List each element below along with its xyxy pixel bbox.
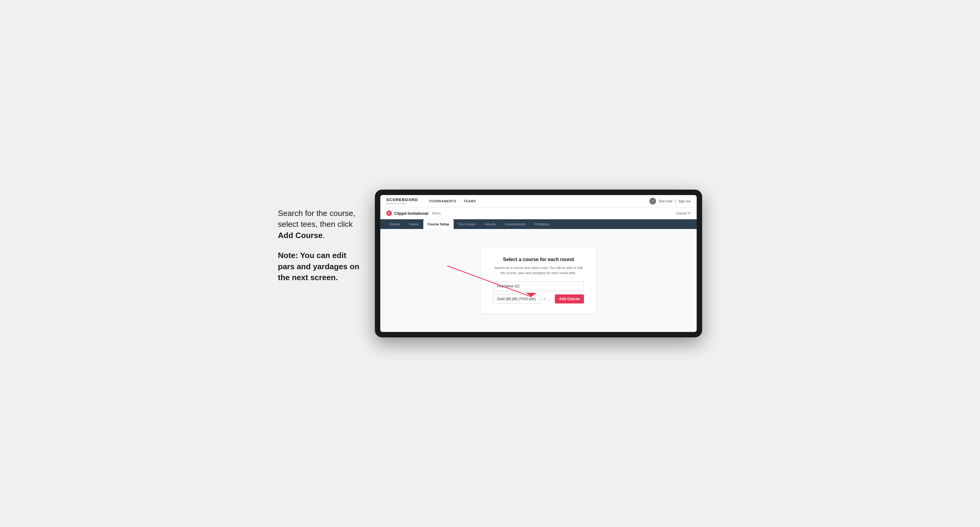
card-description: Search for a course and select a tee. Yo… — [493, 265, 584, 275]
nav-tournaments[interactable]: TOURNAMENTS — [429, 199, 457, 203]
logo-sub: Powered by clippd — [387, 202, 418, 205]
cancel-button[interactable]: Cancel ✕ — [676, 211, 690, 215]
tab-teams[interactable]: Teams — [404, 219, 423, 229]
tab-course-setup[interactable]: Course Setup — [423, 219, 453, 229]
cancel-icon: ✕ — [688, 211, 690, 215]
cancel-label: Cancel — [676, 211, 687, 215]
user-label: Test User — [659, 199, 673, 203]
tab-printables[interactable]: Printables — [530, 219, 554, 229]
tournament-title-area: C Clippd Invitational (Men) — [387, 211, 441, 216]
tournament-logo: C — [387, 211, 392, 216]
nav-right: T Test User | Sign out — [649, 198, 690, 205]
nav-separator: | — [675, 199, 676, 203]
tab-navigation: Details Teams Course Setup Tee Groups Re… — [380, 219, 697, 229]
tournament-header: C Clippd Invitational (Men) Cancel ✕ — [380, 208, 697, 219]
tablet-device: SCOREBOARD Powered by clippd TOURNAMENTS… — [375, 190, 702, 337]
card-title: Select a course for each round — [493, 257, 584, 262]
sign-out-link[interactable]: Sign out — [678, 199, 690, 203]
tablet-screen: SCOREBOARD Powered by clippd TOURNAMENTS… — [380, 195, 697, 332]
tournament-name: Clippd Invitational — [394, 211, 428, 216]
nav-left: SCOREBOARD Powered by clippd TOURNAMENTS… — [387, 197, 476, 205]
logo-text: SCOREBOARD — [387, 197, 418, 202]
annotation-highlight: Add Course — [278, 231, 323, 240]
tab-results[interactable]: Results — [480, 219, 500, 229]
tab-tee-groups[interactable]: Tee Groups — [454, 219, 480, 229]
tournament-subtitle: (Men) — [432, 211, 441, 215]
annotation-line1: Search for the course, select tees, then… — [278, 208, 363, 241]
main-content: Select a course for each round Search fo… — [380, 229, 697, 332]
tee-select-row: Gold (M) (M) (7010 yds) ✕ Add Course — [493, 294, 584, 304]
annotation-note: Note: You can edit pars and yardages on … — [278, 250, 363, 283]
nav-teams[interactable]: TEAMS — [464, 199, 476, 203]
tab-details[interactable]: Details — [385, 219, 404, 229]
course-setup-card: Select a course for each round Search fo… — [481, 247, 596, 313]
course-search-input[interactable] — [493, 281, 584, 291]
annotation-panel: Search for the course, select tees, then… — [278, 190, 363, 292]
tee-select[interactable]: Gold (M) (M) (7010 yds) — [493, 294, 540, 304]
tab-leaderboards[interactable]: Leaderboards — [501, 219, 530, 229]
page-wrapper: Search for the course, select tees, then… — [278, 190, 702, 337]
nav-links: TOURNAMENTS TEAMS — [429, 199, 476, 203]
logo-area: SCOREBOARD Powered by clippd — [387, 197, 418, 205]
tablet-frame: SCOREBOARD Powered by clippd TOURNAMENTS… — [375, 190, 702, 337]
user-avatar: T — [649, 198, 656, 205]
add-course-button[interactable]: Add Course — [555, 294, 584, 303]
top-nav: SCOREBOARD Powered by clippd TOURNAMENTS… — [380, 195, 697, 208]
clear-tee-icon[interactable]: ✕ — [543, 297, 546, 301]
tee-select-wrapper: Gold (M) (M) (7010 yds) ✕ — [493, 294, 552, 304]
